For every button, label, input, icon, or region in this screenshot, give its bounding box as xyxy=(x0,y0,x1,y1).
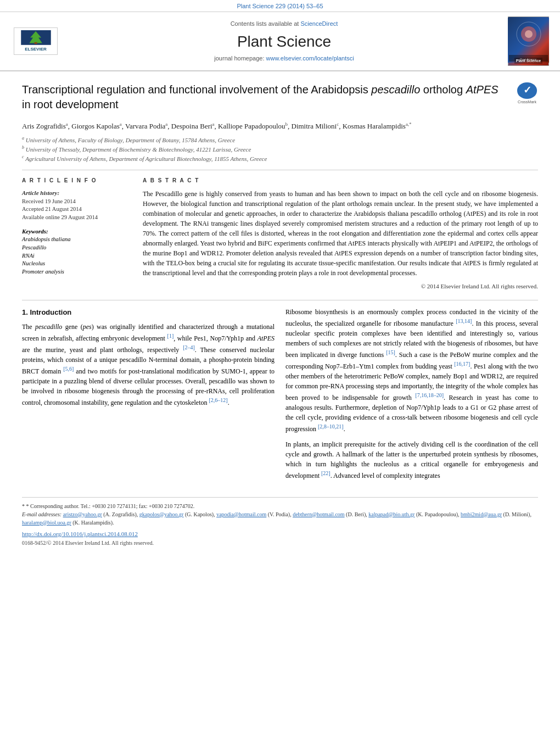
abstract-heading: A B S T R A C T xyxy=(143,177,538,185)
divider-2 xyxy=(22,300,538,300)
article-title-section: Transcriptional regulation and functiona… xyxy=(22,82,538,112)
journal-name: Plant Science xyxy=(60,31,508,52)
journal-header: ELSEVIER Contents lists available at Sci… xyxy=(0,12,560,71)
affiliation-b: b University of Thessaly, Department of … xyxy=(22,144,538,154)
keyword-5: Promoter analysis xyxy=(22,268,132,276)
article-footer: * * Corresponding author. Tel.: +0030 21… xyxy=(22,497,538,547)
elsevier-wordmark: ELSEVIER xyxy=(25,46,47,52)
cover-label: Plant Science xyxy=(514,58,543,64)
homepage-line: journal homepage: www.elsevier.com/locat… xyxy=(60,54,508,63)
sciencedirect-link[interactable]: ScienceDirect xyxy=(300,20,338,27)
crossmark-label: CrossMark xyxy=(518,99,536,105)
affiliation-a: a University of Athens, Faculty of Biolo… xyxy=(22,135,538,144)
accepted-date: Accepted 21 August 2014 xyxy=(22,205,132,214)
elsevier-logo: ELSEVIER xyxy=(11,27,60,55)
history-title: Article history: xyxy=(22,189,132,197)
email-addresses: aristzo@yahoo.gr (A. Zografidis), gkapol… xyxy=(22,511,531,526)
intro-para-2: Ribosome biosynthesis is an enormously c… xyxy=(285,307,538,434)
affiliations: a University of Athens, Faculty of Biolo… xyxy=(22,135,538,163)
intro-para-3: In plants, an implicit prerequisite for … xyxy=(285,439,538,481)
email-label: E-mail addresses: xyxy=(22,511,63,517)
keywords-title: Keywords: xyxy=(22,227,132,236)
corresponding-author-note: * * Corresponding author. Tel.: +0030 21… xyxy=(22,502,538,527)
article-body: Transcriptional regulation and functiona… xyxy=(0,71,560,558)
received-date: Received 19 June 2014 xyxy=(22,198,132,206)
contents-label: Contents lists available at xyxy=(231,20,301,27)
corresponding-star: * xyxy=(22,503,26,509)
journal-cover-image: Plant Science Plant Science xyxy=(508,16,549,66)
article-info: A R T I C L E I N F O Article history: R… xyxy=(22,177,132,291)
crossmark-icon: ✓ xyxy=(517,82,537,98)
doi-line: http://dx.doi.org/10.1016/j.plantsci.201… xyxy=(22,530,538,538)
homepage-label: journal homepage: xyxy=(214,55,266,62)
article-title: Transcriptional regulation and functiona… xyxy=(22,82,507,112)
intro-col-left: 1. Introduction The pescadillo gene (pes… xyxy=(22,307,275,486)
crossmark-widget[interactable]: ✓ CrossMark xyxy=(516,82,538,104)
keywords-block: Keywords: Arabidopsis thaliana Pescadill… xyxy=(22,227,132,276)
issn-line: 0168-9452/© 2014 Elsevier Ireland Ltd. A… xyxy=(22,539,538,547)
email-link-3[interactable]: vapodia@hotmail.com xyxy=(216,511,266,517)
intro-col-right: Ribosome biosynthesis is an enormously c… xyxy=(285,307,538,486)
affiliation-c: c Agricultural University of Athens, Dep… xyxy=(22,154,538,163)
email-link-5[interactable]: kalpapad@bio.uth.gr xyxy=(368,511,415,517)
introduction-section: 1. Introduction The pescadillo gene (pes… xyxy=(22,307,538,486)
article-history: Article history: Received 19 June 2014 A… xyxy=(22,189,132,221)
keyword-4: Nucleolus xyxy=(22,260,132,268)
journal-citation: Plant Science 229 (2014) 53–65 xyxy=(0,0,560,12)
homepage-link[interactable]: www.elsevier.com/locate/plantsci xyxy=(266,55,354,62)
divider-1 xyxy=(22,170,538,170)
doi-link[interactable]: http://dx.doi.org/10.1016/j.plantsci.201… xyxy=(22,531,138,537)
sciencedirect-line: Contents lists available at ScienceDirec… xyxy=(60,20,508,28)
intro-para-1: The pescadillo gene (pes) was originally… xyxy=(22,322,275,408)
abstract-text: The Pescadillo gene is highly conserved … xyxy=(143,189,538,278)
svg-point-6 xyxy=(525,30,533,38)
article-info-heading: A R T I C L E I N F O xyxy=(22,177,132,185)
abstract-section: A B S T R A C T The Pescadillo gene is h… xyxy=(143,177,538,291)
elsevier-logo-box: ELSEVIER xyxy=(14,27,58,55)
journal-title-area: Contents lists available at ScienceDirec… xyxy=(60,20,508,63)
info-abstract-section: A R T I C L E I N F O Article history: R… xyxy=(22,177,538,291)
authors-line: Aris Zografidisa, Giorgos Kapolasa, Varv… xyxy=(22,121,538,132)
citation-text: Plant Science 229 (2014) 53–65 xyxy=(237,3,323,9)
keyword-2: Pescadillo xyxy=(22,244,132,252)
elsevier-tree-icon xyxy=(18,30,54,45)
intro-heading: 1. Introduction xyxy=(22,307,275,318)
svg-rect-2 xyxy=(34,42,37,44)
email-link-7[interactable]: haralamp@biol.uoa.gr xyxy=(22,520,71,526)
keyword-3: RNAi xyxy=(22,252,132,260)
available-date: Available online 29 August 2014 xyxy=(22,214,132,222)
email-link-4[interactable]: debthern@hotmail.com xyxy=(293,511,344,517)
email-link-6[interactable]: bmbi2mid@aua.gr xyxy=(461,511,502,517)
corresponding-note-text: * Corresponding author. Tel.: +0030 210 … xyxy=(26,503,195,509)
email-link-1[interactable]: aristzo@yahoo.gr xyxy=(63,511,102,517)
copyright-line: © 2014 Elsevier Ireland Ltd. All rights … xyxy=(143,282,538,291)
cover-illustration: Plant Science xyxy=(508,18,549,63)
keyword-1: Arabidopsis thaliana xyxy=(22,236,132,244)
email-link-2[interactable]: gkapolos@yahoo.gr xyxy=(139,511,184,517)
